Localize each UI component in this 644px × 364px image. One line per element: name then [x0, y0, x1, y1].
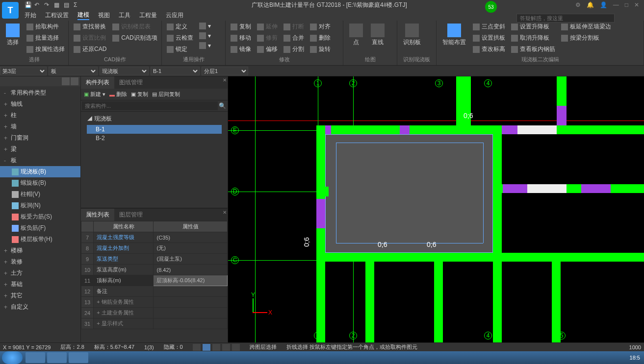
- tree-item[interactable]: 板洞(N): [0, 200, 80, 211]
- tree-group[interactable]: +梁: [0, 144, 80, 155]
- tree-header[interactable]: -常用构件类型: [0, 87, 80, 98]
- qat-icon[interactable]: Σ: [74, 1, 80, 8]
- offset-button[interactable]: 偏移: [255, 44, 280, 54]
- identify-slab-button[interactable]: 识别板: [400, 22, 424, 49]
- tree-group[interactable]: +墙: [0, 121, 80, 132]
- layer-select[interactable]: 分层1: [202, 67, 248, 75]
- menu-cloud[interactable]: 云应用: [166, 11, 183, 20]
- notification-badge[interactable]: 53: [485, 1, 497, 13]
- tool-icon[interactable]: [232, 344, 240, 351]
- split-button[interactable]: 分割: [282, 44, 306, 54]
- tree-group[interactable]: +自定义: [0, 301, 80, 313]
- help-search-input[interactable]: [516, 14, 615, 23]
- panel-icon[interactable]: [62, 77, 70, 85]
- prop-row[interactable]: 11顶标高(m)层顶标高-0.05(8.42): [81, 275, 228, 286]
- tree-item[interactable]: 柱帽(V): [0, 189, 80, 200]
- delete-button[interactable]: 删除: [308, 33, 333, 43]
- set-arch-button[interactable]: 设置拱板: [471, 33, 507, 43]
- id-floor-table-button[interactable]: 识别楼层表: [110, 22, 159, 32]
- prop-row[interactable]: 31+ 显示样式: [81, 318, 228, 329]
- select-button[interactable]: 选择: [3, 22, 23, 49]
- start-button[interactable]: [2, 351, 23, 364]
- break-button[interactable]: 打断: [282, 22, 306, 32]
- comp-group[interactable]: ◢ 现浇板: [85, 114, 224, 124]
- tree-item[interactable]: 板负筋(F): [0, 222, 80, 234]
- settings-icon[interactable]: ⚙: [575, 1, 581, 8]
- lock-button[interactable]: 锁定: [165, 44, 195, 54]
- taskbar-item[interactable]: [26, 352, 45, 363]
- search-icon[interactable]: 🔍: [218, 101, 227, 110]
- clock[interactable]: 18:5: [626, 355, 644, 361]
- three-point-button[interactable]: 三点变斜: [471, 22, 507, 32]
- tree-group[interactable]: +其它: [0, 290, 80, 301]
- tree-item[interactable]: 板受力筋(S): [0, 211, 80, 222]
- prop-row[interactable]: 13+ 钢筋业务属性: [81, 297, 228, 308]
- panel-close-icon[interactable]: ✕: [223, 210, 227, 215]
- cloud-check-button[interactable]: 云检查: [165, 33, 195, 43]
- tool-icon[interactable]: [222, 344, 230, 351]
- layer-copy-button[interactable]: ▤层间复制: [152, 91, 180, 98]
- floor-select[interactable]: 第3层: [0, 67, 47, 75]
- prop-row[interactable]: 12备注: [81, 286, 228, 297]
- status-hint1[interactable]: 跨图层选择: [250, 343, 277, 351]
- delete-button[interactable]: ▬删除: [109, 91, 127, 98]
- qat-save-icon[interactable]: 💾: [25, 1, 31, 8]
- line-button[interactable]: 直线: [368, 22, 387, 49]
- mirror-button[interactable]: 镜像: [229, 44, 253, 54]
- tab-properties[interactable]: 属性列表: [81, 209, 114, 221]
- maximize-icon[interactable]: □: [625, 1, 628, 8]
- batch-select-button[interactable]: 批量选择: [25, 33, 67, 43]
- extend-slab-button[interactable]: 板延伸至墙梁边: [559, 22, 613, 32]
- set-lift-button[interactable]: 设置升降板: [509, 22, 557, 32]
- qat-redo-icon[interactable]: ↷: [44, 1, 51, 8]
- tree-group[interactable]: +装修: [0, 256, 80, 267]
- find-replace-button[interactable]: 查找替换: [72, 22, 108, 32]
- split-by-beam-button[interactable]: 按梁分割板: [559, 33, 613, 43]
- tree-group[interactable]: -板: [0, 155, 80, 166]
- view-rebar-button[interactable]: 查看板内钢筋: [509, 44, 557, 54]
- set-scale-button[interactable]: 设置比例: [72, 33, 108, 43]
- point-button[interactable]: 点: [346, 22, 366, 49]
- prop-row[interactable]: 7混凝土强度等级(C35): [81, 232, 228, 243]
- component-item[interactable]: B-2: [87, 134, 222, 143]
- tool-icon[interactable]: [193, 344, 201, 351]
- qat-icon[interactable]: ▦: [54, 1, 61, 8]
- menu-modeling[interactable]: 建模: [77, 11, 89, 20]
- qat-icon[interactable]: ▤: [64, 1, 71, 8]
- move-button[interactable]: 移动: [229, 33, 253, 43]
- taskbar-item[interactable]: [69, 352, 88, 363]
- menu-project[interactable]: 工程设置: [45, 11, 69, 20]
- new-button[interactable]: ▣新建 ▾: [84, 91, 105, 98]
- bell-icon[interactable]: 🔔: [587, 1, 594, 8]
- panel-close-icon[interactable]: ✕: [223, 77, 227, 83]
- type-select[interactable]: 现浇板: [100, 67, 149, 75]
- trim-button[interactable]: 修剪: [255, 33, 280, 43]
- smart-layout-button[interactable]: 智能布置: [439, 22, 469, 49]
- component-select[interactable]: B-1: [151, 67, 200, 75]
- user-icon[interactable]: 👤: [600, 1, 607, 8]
- component-search-input[interactable]: [82, 101, 218, 110]
- copy-button[interactable]: 复制: [229, 22, 253, 32]
- tree-group[interactable]: +基础: [0, 279, 80, 290]
- tree-group[interactable]: +柱: [0, 110, 80, 121]
- prop-row[interactable]: 10泵送高度(m)(8.42): [81, 265, 228, 275]
- select-by-prop-button[interactable]: 按属性选择: [25, 44, 67, 54]
- pick-component-button[interactable]: 拾取构件: [25, 22, 67, 32]
- extend-button[interactable]: 延伸: [255, 22, 280, 32]
- cad-options-button[interactable]: CAD识别选项: [110, 33, 159, 43]
- tree-item[interactable]: 楼层板带(H): [0, 234, 80, 245]
- minimize-icon[interactable]: —: [613, 1, 619, 8]
- align-button[interactable]: 对齐: [308, 22, 333, 32]
- merge-button[interactable]: 合并: [282, 33, 306, 43]
- tool-icon[interactable]: [203, 344, 210, 351]
- drawing-canvas[interactable]: EDC1122334455 0;60;60;60;6 YX: [228, 76, 644, 342]
- menu-view[interactable]: 视图: [98, 11, 110, 20]
- more-button[interactable]: ▾: [197, 22, 213, 30]
- menu-quantity[interactable]: 工程量: [139, 11, 157, 20]
- component-item[interactable]: B-1: [87, 125, 222, 134]
- prop-row[interactable]: 8混凝土外加剂(无): [81, 243, 228, 254]
- tab-component-list[interactable]: 构件列表: [81, 76, 114, 89]
- taskbar-item[interactable]: [47, 352, 67, 363]
- check-elev-button[interactable]: 查改标高: [471, 44, 507, 54]
- restore-cad-button[interactable]: 还原CAD: [72, 44, 108, 54]
